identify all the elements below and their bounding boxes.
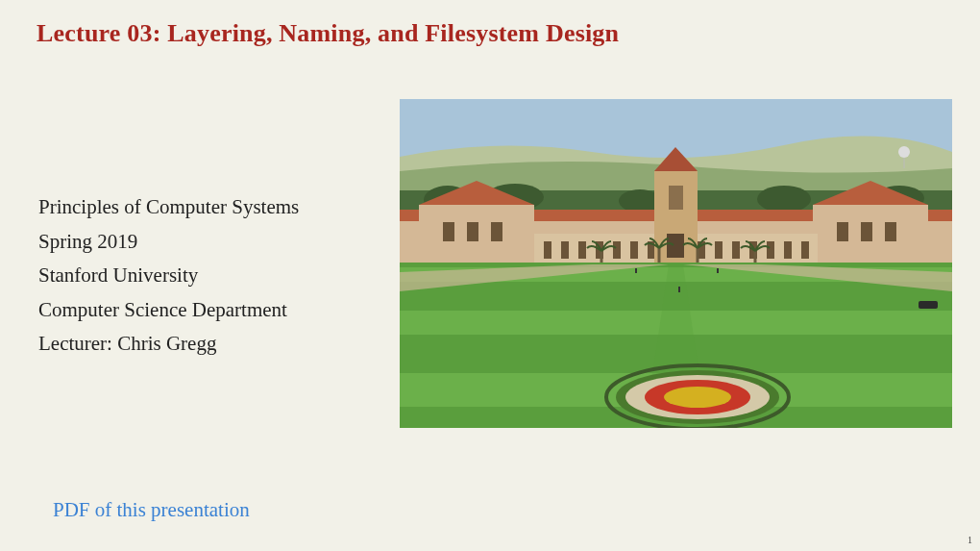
course-info-block: Principles of Computer Systems Spring 20…	[38, 96, 394, 363]
svg-rect-13	[669, 186, 683, 210]
svg-rect-18	[491, 222, 502, 241]
svg-rect-34	[732, 241, 740, 259]
svg-rect-38	[801, 241, 809, 259]
course-name: Principles of Computer Systems	[38, 192, 394, 223]
svg-rect-25	[544, 241, 551, 259]
svg-point-5	[757, 186, 811, 213]
svg-rect-17	[467, 222, 478, 241]
svg-rect-36	[767, 241, 774, 259]
svg-rect-23	[885, 222, 896, 241]
svg-rect-62	[919, 301, 938, 309]
svg-rect-30	[630, 241, 638, 259]
svg-rect-26	[561, 241, 569, 259]
svg-rect-33	[715, 241, 723, 259]
course-term: Spring 2019	[38, 227, 394, 258]
course-lecturer: Lecturer: Chris Gregg	[38, 329, 394, 360]
svg-rect-40	[667, 234, 684, 258]
slide-title: Lecture 03: Layering, Naming, and Filesy…	[0, 0, 980, 48]
svg-rect-22	[861, 222, 872, 241]
svg-rect-59	[635, 268, 637, 273]
campus-photo	[400, 99, 952, 428]
svg-point-7	[898, 146, 910, 158]
pdf-link[interactable]: PDF of this presentation	[53, 498, 250, 522]
svg-rect-27	[578, 241, 586, 259]
page-number: 1	[968, 535, 972, 545]
svg-rect-21	[837, 222, 848, 241]
svg-rect-61	[678, 287, 680, 292]
course-department: Computer Science Department	[38, 295, 394, 326]
svg-rect-29	[613, 241, 621, 259]
svg-rect-60	[717, 268, 719, 273]
svg-point-57	[664, 387, 731, 408]
course-university: Stanford University	[38, 261, 394, 291]
svg-rect-16	[443, 222, 454, 241]
svg-rect-37	[784, 241, 792, 259]
